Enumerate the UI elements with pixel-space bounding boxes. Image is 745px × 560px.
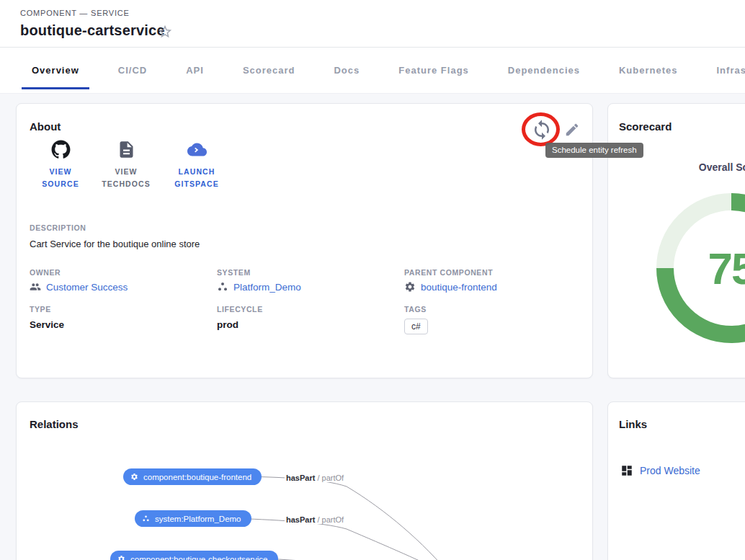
gitspace-cloud-icon	[187, 140, 207, 159]
tab-api[interactable]: API	[176, 48, 214, 93]
lifecycle-label: LIFECYCLE	[217, 305, 263, 314]
system-label: SYSTEM	[217, 268, 251, 277]
view-source-label: VIEW SOURCE	[32, 166, 89, 191]
page-header: COMPONENT — SERVICE boutique-cartservice	[0, 0, 745, 48]
group-people-icon	[30, 281, 41, 293]
component-gear-icon	[404, 281, 416, 293]
schedule-refresh-button[interactable]	[531, 119, 553, 141]
lifecycle-value: prod	[217, 319, 238, 330]
about-card-title: About	[30, 120, 61, 133]
launch-gitspace-label: LAUNCH GITSPACE	[164, 166, 230, 191]
edit-entity-button[interactable]	[564, 122, 580, 138]
owner-label: OWNER	[30, 268, 61, 277]
links-card: Links Prod Website	[607, 401, 745, 560]
about-card: About VIEW SOURCE VIEW TECHDOCS LAUNCH G…	[16, 103, 593, 378]
type-label: TYPE	[30, 305, 51, 314]
description-label: DESCRIPTION	[30, 223, 86, 232]
graph-node-platform-demo[interactable]: system:Platform_Demo	[135, 510, 251, 527]
schedule-refresh-tooltip: Schedule entity refresh	[545, 143, 643, 158]
component-gear-icon	[130, 473, 138, 481]
tab-infrastructure[interactable]: Infrastructure	[707, 48, 745, 93]
description-value: Cart Service for the boutique online sto…	[30, 239, 200, 249]
tab-kubernetes[interactable]: Kubernetes	[609, 48, 688, 93]
graph-node-label: system:Platform_Demo	[155, 515, 241, 523]
view-source-button[interactable]: VIEW SOURCE	[32, 140, 89, 191]
overall-score-value: 75	[656, 193, 745, 343]
prod-website-link[interactable]: Prod Website	[620, 464, 700, 477]
type-value: Service	[30, 319, 64, 330]
owner-value: Customer Success	[46, 282, 128, 293]
graph-node-label: component:boutique-checkoutservice	[130, 555, 268, 560]
graph-node-boutique-checkoutservice[interactable]: component:boutique-checkoutservice	[110, 551, 278, 560]
parent-component-label: PARENT COMPONENT	[404, 268, 493, 277]
prod-website-label: Prod Website	[640, 465, 700, 476]
owner-link[interactable]: Customer Success	[30, 281, 128, 293]
tab-dependencies[interactable]: Dependencies	[498, 48, 590, 93]
parent-component-value: boutique-frontend	[421, 282, 497, 293]
scorecard-card-title: Scorecard	[619, 120, 672, 133]
tags-label: TAGS	[404, 305, 427, 314]
graph-node-label: component:boutique-frontend	[143, 473, 251, 481]
edge-label: hasPart / partOf	[285, 474, 345, 482]
system-link[interactable]: Platform_Demo	[217, 281, 301, 293]
github-icon	[51, 140, 71, 159]
favorite-star-icon[interactable]	[157, 24, 173, 40]
system-value: Platform_Demo	[233, 282, 301, 293]
links-card-title: Links	[619, 418, 647, 430]
page-title: boutique-cartservice	[20, 22, 165, 39]
tab-bar: Overview CI/CD API Scorecard Docs Featur…	[0, 48, 745, 94]
about-actions: VIEW SOURCE VIEW TECHDOCS LAUNCH GITSPAC…	[32, 140, 230, 191]
entity-page: COMPONENT — SERVICE boutique-cartservice…	[0, 0, 745, 560]
pencil-edit-icon	[564, 122, 580, 138]
tag-chip[interactable]: c#	[404, 319, 428, 334]
entity-kind-label: COMPONENT — SERVICE	[20, 9, 130, 17]
tab-docs[interactable]: Docs	[324, 48, 370, 93]
techdocs-document-icon	[117, 140, 136, 159]
tab-feature-flags[interactable]: Feature Flags	[388, 48, 479, 93]
system-triangle-icon	[142, 515, 150, 523]
parent-component-link[interactable]: boutique-frontend	[404, 281, 497, 293]
view-techdocs-button[interactable]: VIEW TECHDOCS	[93, 140, 159, 191]
system-triangle-icon	[217, 281, 228, 293]
component-gear-icon	[117, 555, 125, 560]
overall-score-donut: 75	[656, 193, 745, 343]
tab-cicd[interactable]: CI/CD	[108, 48, 157, 93]
view-techdocs-label: VIEW TECHDOCS	[93, 166, 159, 191]
graph-node-boutique-frontend[interactable]: component:boutique-frontend	[123, 468, 262, 485]
tab-overview[interactable]: Overview	[22, 48, 89, 93]
relations-card: Relations hasPart / partOf hasPart / par…	[16, 401, 593, 560]
dashboard-grid-icon	[620, 464, 633, 477]
launch-gitspace-button[interactable]: LAUNCH GITSPACE	[164, 140, 230, 191]
overall-score-label: Overall Score	[652, 161, 745, 173]
refresh-sync-icon	[531, 119, 553, 141]
tab-scorecard[interactable]: Scorecard	[233, 48, 305, 93]
edge-label: hasPart / partOf	[285, 515, 345, 524]
